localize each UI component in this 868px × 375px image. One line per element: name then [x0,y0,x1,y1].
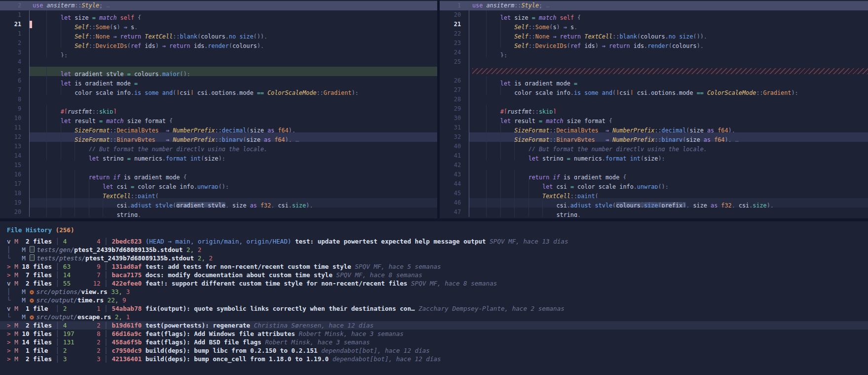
code-line[interactable]: 41let string = numerics.format_int(size)… [440,151,868,161]
code-token: use [472,2,486,9]
code-line[interactable]: 16return if is_gradient_mode { [0,170,437,179]
code-line[interactable]: 21Self::Some(s) ⇒ s, [440,20,868,29]
code-token: string [542,155,567,161]
commit-hash[interactable]: 422efee0 [112,280,145,287]
code-line[interactable]: 5let gradient_style = colours.major(); [0,67,437,76]
code-line[interactable]: 40// But format the number directly usin… [440,142,868,151]
code-line[interactable]: 30let result = match size_format { [440,114,868,123]
chevron-right-icon[interactable]: > [7,271,11,279]
code-line[interactable]: 46csi.adjust_style(colours.size(prefix),… [440,198,868,208]
files-count: 7 files [22,271,52,279]
history-file-row[interactable]: └ M src/output/time.rs 22, 9 [0,296,868,304]
chevron-right-icon[interactable]: > [7,347,11,354]
file-name[interactable]: escape.rs [77,313,115,321]
indent-guide [46,189,60,198]
code-line[interactable]: 1let size = match self { [0,10,437,20]
deleted-region-row[interactable] [440,67,868,76]
history-commit-row[interactable]: > M 2 files │ 4 2 │ b19d61f0 test(powert… [0,321,868,330]
code-line[interactable]: 22Self::None ⇒ return TextCell::blank(co… [440,29,868,39]
history-commit-row[interactable]: > M 14 files │ 131 2 │ 458a6f5b feat(fla… [0,338,868,346]
code-line[interactable]: 24}; [440,48,868,57]
commit-hash[interactable]: 42136401 [112,355,145,363]
code-line[interactable]: 15 [0,161,437,170]
code-line[interactable]: 2Self::DeviceIDs(ref ids) ⇒ return ids.r… [0,39,437,48]
code-line[interactable]: 20let size = match self { [440,10,868,20]
code-line[interactable]: 12SizeFormat::BinaryBytes ⇒ NumberPrefix… [0,132,437,142]
history-commit-row[interactable]: > M 2 files │ 3 3 │ 42136401 build(deps)… [0,355,868,363]
code-line[interactable]: 11SizeFormat::DecimalBytes ⇒ NumberPrefi… [0,123,437,132]
indent-guide [500,151,514,161]
chevron-right-icon[interactable]: > [7,263,11,270]
commit-hash[interactable]: 66d16a9c [112,330,145,337]
commit-hash[interactable]: baca7175 [112,271,145,279]
chevron-right-icon[interactable]: > [7,322,11,329]
chevron-down-icon[interactable]: v [7,280,11,287]
diff-pane-right[interactable]: 1use ansiterm::Style; …20let size = matc… [440,0,868,218]
code-line[interactable]: 42 [440,161,868,170]
commit-hash[interactable]: c7950dc9 [112,347,145,354]
code-line[interactable]: 26let is_gradient_mode = [440,76,868,85]
code-line[interactable]: 18TextCell::paint( [0,189,437,198]
sticky-context-line[interactable]: 2use ansiterm::Style; … [0,1,437,10]
code-line[interactable]: 23Self::DeviceIDs(ref ids) ⇒ return ids.… [440,39,868,48]
code-token: size [693,202,711,208]
indent-guide [33,10,46,20]
history-file-row[interactable]: └ M tests/ptests/ptest_2439b7d68089135b.… [0,254,868,262]
code-line[interactable]: 25 [440,57,868,67]
code-line[interactable]: 21Self::Some(s) ⇒ s, [0,20,437,29]
code-token: = [131,183,138,189]
code-line[interactable]: 20string, [0,208,437,217]
file-name[interactable]: view.rs [81,288,112,295]
code-line[interactable]: 4 [0,57,437,67]
chevron-right-icon[interactable]: > [7,330,11,337]
code-line[interactable]: 7color_scale_info.is_some_and(|csi| csi.… [0,85,437,95]
code-line[interactable]: 47string, [440,208,868,217]
commit-hash[interactable]: 2bedc823 [112,238,145,245]
history-commit-row[interactable]: > M 1 file │ 2 2 │ c7950dc9 build(deps):… [0,346,868,355]
sticky-context-line[interactable]: 1use ansiterm::Style; … [440,1,868,10]
code-line[interactable]: 43return if is_gradient_mode { [440,170,868,179]
code-line[interactable]: 32SizeFormat::BinaryBytes ⇒ NumberPrefix… [440,132,868,142]
code-line[interactable]: 10let result = match size_format { [0,114,437,123]
commit-hash[interactable]: 131ad8af [112,263,145,270]
code-line[interactable]: 9#[rustfmt::skip] [0,104,437,114]
chevron-right-icon[interactable]: > [7,355,11,363]
file-name[interactable]: ptest_2439b7d68089135b.stdout [85,254,197,262]
history-commit-row[interactable]: > M 10 files │ 197 8 │ 66d16a9c feat(fla… [0,330,868,338]
history-commit-row[interactable]: v M 1 file │ 2 1 │ 54abab78 fix(output):… [0,304,868,313]
code-line[interactable]: 28 [440,95,868,104]
code-line[interactable]: 29#[rustfmt::skip] [440,104,868,114]
commit-hash[interactable]: b19d61f0 [112,322,145,329]
history-file-row[interactable]: └ M src/output/escape.rs 2, 1 [0,313,868,321]
code-line[interactable]: 19csi.adjust_style(gradient_style, size … [0,198,437,208]
file-history-panel[interactable]: File History (256) v M 2 files │ 4 4 │ 2… [0,221,868,375]
history-commit-row[interactable]: > M 18 files │ 63 9 │ 131ad8af test: add… [0,262,868,271]
commit-hash[interactable]: 458a6f5b [112,338,145,346]
history-commit-row[interactable]: > M 7 files │ 14 7 │ baca7175 docs: modi… [0,271,868,279]
file-name[interactable]: ptest_2439b7d68089135b.stdout [74,246,186,253]
history-file-row[interactable]: │ M tests/gen/ptest_2439b7d68089135b.std… [0,246,868,254]
file-name[interactable]: time.rs [77,296,108,304]
history-commit-row[interactable]: v M 2 files │ 55 12 │ 422efee0 feat!: su… [0,279,868,288]
code-line[interactable]: 27color_scale_info.is_some_and(|csi| csi… [440,85,868,95]
chevron-down-icon[interactable]: v [7,305,11,312]
history-commit-row[interactable]: v M 2 files │ 4 4 │ 2bedc823 (HEAD → mai… [0,237,868,246]
code-token: if [553,174,563,179]
commit-hash[interactable]: 54abab78 [112,305,145,312]
code-line[interactable]: 6let is_gradient_mode = [0,76,437,85]
diff-pane-left[interactable]: 2use ansiterm::Style; …1let size = match… [0,0,437,218]
code-line[interactable]: 17let csi = color_scale_info.unwrap(); [0,179,437,189]
code-line[interactable]: 14let string = numerics.format_int(size)… [0,151,437,161]
code-line[interactable]: 44let csi = color_scale_info.unwrap(); [440,179,868,189]
code-line[interactable]: 31SizeFormat::DecimalBytes ⇒ NumberPrefi… [440,123,868,132]
deletions-count: 2 [97,347,101,354]
code-line[interactable]: 3}; [0,48,437,57]
chevron-down-icon[interactable]: v [7,238,11,245]
code-line[interactable]: 1Self::None ⇒ return TextCell::blank(col… [0,29,437,39]
code-line[interactable]: 13// But format the number directly usin… [0,142,437,151]
code-line[interactable]: 45TextCell::paint( [440,189,868,198]
history-file-row[interactable]: │ M src/options/view.rs 33, 3 [0,288,868,296]
chevron-right-icon[interactable]: > [7,338,11,346]
code-line[interactable]: 8 [0,95,437,104]
line-number: 18 [0,189,29,198]
